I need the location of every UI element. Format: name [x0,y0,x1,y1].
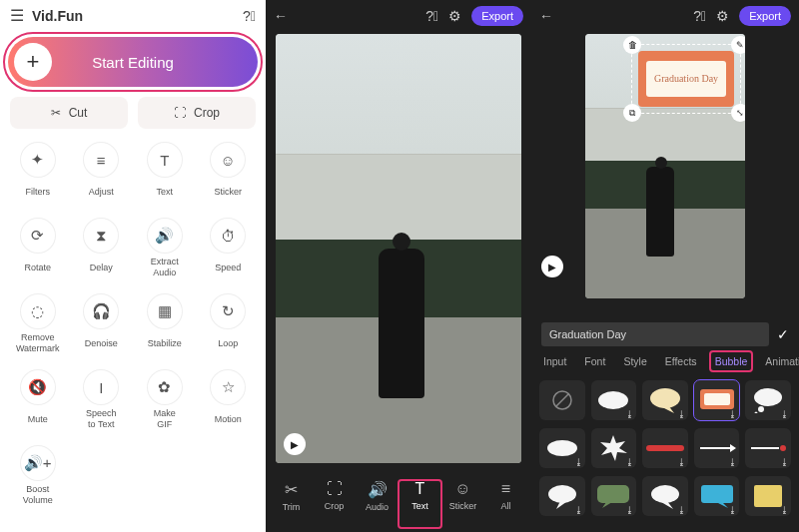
bubble-b5[interactable]: ⭳ [539,428,585,468]
denoise-icon: 🎧 [84,294,118,328]
tab-effects[interactable]: Effects [661,352,701,370]
toolbar-sticker[interactable]: ☺Sticker [441,480,484,528]
sticker-icon: ☺ [211,143,245,177]
settings-icon[interactable]: ⚙ [716,8,729,24]
start-editing-button[interactable]: + Start Editing [8,37,258,87]
tool-rotate[interactable]: ⟳Rotate [6,215,70,286]
editor-panel: ← ?⃝ ⚙ Export ▶ ✂Trim⛶Crop🔊AudioTText☺St… [266,0,531,532]
bubble-b11[interactable]: ⭳ [591,476,637,516]
tool-denoise[interactable]: 🎧Denoise [70,290,134,362]
bubble-b1[interactable]: ⭳ [591,380,637,420]
stabilize-icon: ▦ [148,294,182,328]
tab-style[interactable]: Style [619,352,650,370]
tool-mute[interactable]: 🔇Mute [6,366,70,438]
delay-icon: ⧗ [84,219,118,253]
text-overlay-selection[interactable]: Graduation Day 🗑 ✎ ⧉ ⤡ [631,44,741,114]
bubble-b8[interactable]: ⭳ [694,428,740,468]
confirm-icon[interactable]: ✓ [777,326,789,342]
svg-point-7 [754,388,782,406]
svg-rect-19 [597,485,629,503]
tool-label: RemoveWatermark [16,332,60,354]
play-icon[interactable]: ▶ [284,433,306,455]
back-icon[interactable]: ← [274,8,288,24]
video-preview[interactable]: ▶ [276,34,521,463]
tool-adjust[interactable]: ≡Adjust [70,139,134,211]
tool-label: Rotate [24,257,51,278]
menu-icon[interactable]: ☰ [10,6,24,25]
bubble-b14[interactable]: ⭳ [745,476,791,516]
tool-motion[interactable]: ☆Motion [197,366,261,438]
tab-input[interactable]: Input [539,352,570,370]
plus-icon: + [14,43,52,81]
crop-button[interactable]: ⛶ Crop [138,97,256,129]
tool-stabilize[interactable]: ▦Stabilize [133,290,197,362]
toolbar-all[interactable]: ≡All [484,480,527,528]
toolbar-trim[interactable]: ✂Trim [270,480,313,528]
tool-delay[interactable]: ⧗Delay [70,215,134,286]
export-button[interactable]: Export [471,6,523,26]
tool-label: Delay [90,257,113,278]
bubble-b4[interactable]: ⭳ [745,380,791,420]
tab-bubble[interactable]: Bubble [711,352,752,370]
play-icon[interactable]: ▶ [541,256,563,277]
filters-icon: ✦ [21,143,55,177]
tool-text[interactable]: TText [133,139,197,211]
toolbar-crop[interactable]: ⛶Crop [313,480,356,528]
help-icon[interactable]: ?⃝ [425,8,438,24]
tab-font[interactable]: Font [580,352,609,370]
text-input[interactable] [541,322,769,346]
rotate-icon: ⟳ [21,219,55,253]
bubble-b12[interactable]: ⭳ [642,476,688,516]
download-icon: ⭳ [625,505,634,515]
scissors-icon: ✂ [51,106,61,120]
toolbar-audio[interactable]: 🔊Audio [356,480,399,528]
download-icon: ⭳ [728,409,737,419]
bubble-none[interactable] [539,380,585,420]
tool-label: Mute [28,408,48,430]
bubble-b2[interactable]: ⭳ [642,380,688,420]
download-icon: ⭳ [574,457,583,467]
tool-remove-watermark[interactable]: ◌RemoveWatermark [6,290,70,362]
copy-handle[interactable]: ⧉ [623,104,641,122]
tool-speech-to-text[interactable]: ІSpeechto Text [70,366,134,438]
svg-rect-6 [704,393,730,405]
delete-handle[interactable]: 🗑 [623,36,641,54]
tool-speed[interactable]: ⏱Speed [197,215,261,286]
loop-icon: ↻ [211,294,245,328]
tool-extract-audio[interactable]: 🔊ExtractAudio [133,215,197,286]
settings-icon[interactable]: ⚙ [448,8,461,24]
video-preview-small[interactable]: Graduation Day 🗑 ✎ ⧉ ⤡ [585,34,745,298]
tool-sticker[interactable]: ☺Sticker [197,139,261,211]
tab-animation[interactable]: Animation [761,352,799,370]
tool-boost-volume[interactable]: 🔊+BoostVolume [6,442,70,514]
edit-handle[interactable]: ✎ [731,36,745,54]
download-icon: ⭳ [780,457,789,467]
svg-point-8 [758,406,764,412]
toolbar-text[interactable]: TText [399,480,441,528]
text-icon: T [148,143,182,177]
crop-icon: ⛶ [174,106,186,120]
speed-icon: ⏱ [211,219,245,253]
tool-label: Filters [26,181,51,203]
make-gif-icon: ✿ [148,370,182,404]
bubble-b10[interactable]: ⭳ [539,476,585,516]
bubble-b13[interactable]: ⭳ [694,476,740,516]
all-icon: ≡ [501,480,510,498]
bubble-b7[interactable]: ⭳ [642,428,688,468]
tool-loop[interactable]: ↻Loop [197,290,261,362]
tool-make-gif[interactable]: ✿MakeGIF [133,366,197,438]
resize-handle[interactable]: ⤡ [731,104,745,122]
bubble-b3[interactable]: ⭳ [694,380,740,420]
bubble-b6[interactable]: ⭳ [591,428,637,468]
help-icon[interactable]: ?⃝ [243,8,256,24]
export-button[interactable]: Export [739,6,791,26]
download-icon: ⭳ [728,457,737,467]
cut-button[interactable]: ✂ Cut [10,97,128,129]
back-icon[interactable]: ← [539,8,553,24]
bubble-grid: ⭳⭳⭳⭳⭳⭳⭳⭳⭳⭳⭳⭳⭳⭳ [531,376,799,524]
tool-filters[interactable]: ✦Filters [6,139,70,211]
help-icon[interactable]: ?⃝ [693,8,706,24]
bubble-b9[interactable]: ⭳ [745,428,791,468]
tool-label: Text [156,181,173,203]
download-icon: ⭳ [574,505,583,515]
